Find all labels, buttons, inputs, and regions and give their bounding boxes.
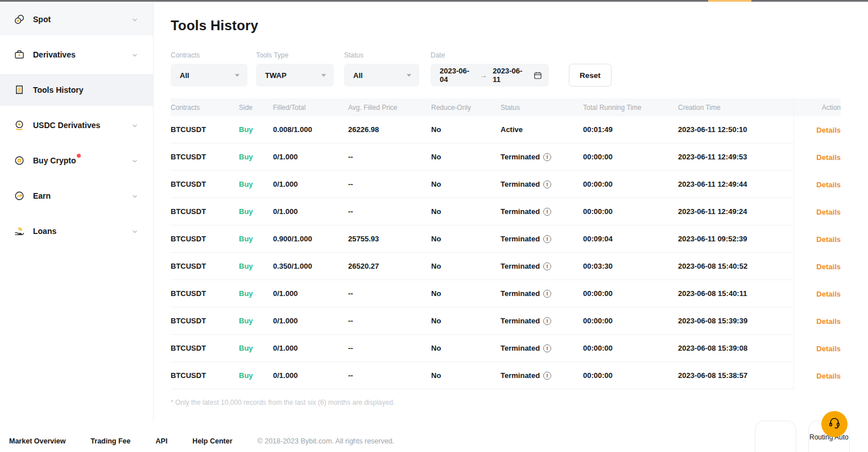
column-header-total-running-time: Total Running Time	[583, 104, 678, 112]
cell-creation-time: 2023-06-11 09:52:39	[678, 225, 793, 253]
info-icon[interactable]: !	[543, 235, 551, 243]
caret-down-icon	[321, 74, 326, 77]
tools-type-select[interactable]: TWAP	[256, 64, 334, 87]
sidebar-item-spot[interactable]: Spot	[0, 3, 153, 35]
cell-avg-filled-price: 26520.27	[348, 253, 431, 280]
cell-status: Terminated !	[501, 225, 583, 253]
cell-filled-total: 0/1.000	[273, 280, 348, 307]
pagination-button-prev[interactable]	[755, 421, 796, 452]
sidebar-item-label: Earn	[33, 191, 51, 200]
reset-button[interactable]: Reset	[569, 64, 611, 87]
cell-creation-time: 2023-06-11 12:49:24	[678, 198, 793, 225]
sidebar-item-usdc-derivatives[interactable]: USDC Derivatives	[0, 109, 153, 141]
chevron-down-icon	[131, 122, 138, 129]
cell-contracts: BTCUSDT	[171, 143, 239, 171]
date-range-picker[interactable]: 2023-06-04 → 2023-06-11	[431, 64, 549, 87]
cell-creation-time: 2023-06-08 15:40:11	[678, 280, 793, 307]
footer-link-help-center[interactable]: Help Center	[192, 437, 232, 445]
footer: Market OverviewTrading FeeAPIHelp Center…	[9, 437, 394, 445]
details-link[interactable]: Details	[793, 116, 841, 143]
info-icon[interactable]: !	[543, 372, 551, 380]
cell-status: Terminated !	[501, 362, 583, 389]
info-icon[interactable]: !	[543, 290, 551, 298]
cell-filled-total: 0/1.000	[273, 198, 348, 225]
footer-link-api[interactable]: API	[156, 437, 168, 445]
cell-avg-filled-price: 25755.93	[348, 225, 431, 253]
footer-link-trading-fee[interactable]: Trading Fee	[90, 437, 130, 445]
cell-total-running-time: 00:00:00	[583, 280, 678, 307]
cell-reduce-only: No	[431, 198, 501, 225]
sidebar-item-earn[interactable]: Earn	[0, 180, 153, 212]
sidebar-item-tools-history[interactable]: Tools History	[0, 74, 153, 106]
sidebar-item-label: USDC Derivatives	[33, 121, 100, 130]
details-link[interactable]: Details	[793, 253, 841, 280]
tools-type-filter-label: Tools Type	[256, 51, 334, 59]
cell-side: Buy	[239, 225, 273, 253]
records-note: * Only the latest 10,000 records from th…	[171, 398, 395, 406]
date-from-value: 2023-06-04	[440, 67, 474, 84]
cell-filled-total: 0/1.000	[273, 362, 348, 389]
info-icon[interactable]: !	[543, 317, 551, 325]
sidebar-item-loans[interactable]: Loans	[0, 215, 153, 247]
cell-reduce-only: No	[431, 253, 501, 280]
sidebar-item-buy-crypto[interactable]: Buy Crypto	[0, 145, 153, 176]
details-link[interactable]: Details	[793, 362, 841, 389]
cell-creation-time: 2023-06-08 15:38:57	[678, 362, 793, 389]
cell-creation-time: 2023-06-08 15:40:52	[678, 253, 793, 280]
column-header-creation-time: Creation Time	[678, 104, 793, 112]
cell-side: Buy	[239, 198, 273, 225]
copyright-text: © 2018-2023 Bybit.com. All rights reserv…	[258, 437, 395, 445]
cell-side: Buy	[239, 335, 273, 362]
details-link[interactable]: Details	[793, 225, 841, 253]
contracts-select[interactable]: All	[171, 64, 247, 87]
cell-creation-time: 2023-06-08 15:39:08	[678, 335, 793, 362]
cell-side: Buy	[239, 116, 273, 143]
cell-avg-filled-price: --	[348, 143, 431, 171]
cell-total-running-time: 00:09:04	[583, 225, 678, 253]
support-chat-button[interactable]	[821, 411, 848, 437]
table-row: BTCUSDT Buy 0/1.000 -- No Terminated ! 0…	[171, 362, 841, 389]
status-select[interactable]: All	[344, 64, 419, 87]
details-link[interactable]: Details	[793, 143, 841, 171]
cell-avg-filled-price: --	[348, 362, 431, 389]
info-icon[interactable]: !	[543, 153, 551, 161]
cell-contracts: BTCUSDT	[171, 307, 239, 335]
details-link[interactable]: Details	[793, 171, 841, 198]
cell-status: Terminated !	[501, 171, 583, 198]
cell-total-running-time: 00:00:00	[583, 198, 678, 225]
cell-avg-filled-price: --	[348, 280, 431, 307]
info-icon[interactable]: !	[543, 344, 551, 352]
column-header-status: Status	[501, 104, 583, 112]
column-header-reduce-only: Reduce-Only	[431, 104, 501, 112]
cell-filled-total: 0.900/1.000	[273, 225, 348, 253]
details-link[interactable]: Details	[793, 307, 841, 335]
table-body: BTCUSDT Buy 0.008/1.000 26226.98 No Acti…	[171, 116, 841, 389]
info-icon[interactable]: !	[543, 208, 551, 216]
details-link[interactable]: Details	[793, 335, 841, 362]
cell-reduce-only: No	[431, 225, 501, 253]
cell-status: Terminated !	[501, 335, 583, 362]
details-link[interactable]: Details	[793, 198, 841, 225]
cell-contracts: BTCUSDT	[171, 362, 239, 389]
cell-total-running-time: 00:03:30	[583, 253, 678, 280]
sidebar-item-derivatives[interactable]: Derivatives	[0, 39, 153, 71]
cell-contracts: BTCUSDT	[171, 171, 239, 198]
buy-crypto-icon	[14, 155, 25, 166]
table-row: BTCUSDT Buy 0/1.000 -- No Terminated ! 0…	[171, 198, 841, 225]
usdc-derivatives-icon	[14, 120, 25, 131]
cell-contracts: BTCUSDT	[171, 280, 239, 307]
cell-filled-total: 0/1.000	[273, 171, 348, 198]
cell-reduce-only: No	[431, 143, 501, 171]
column-header-avg-filled-price: Avg. Filled Price	[348, 104, 431, 112]
footer-link-market-overview[interactable]: Market Overview	[9, 437, 65, 445]
table-row: BTCUSDT Buy 0/1.000 -- No Terminated ! 0…	[171, 335, 841, 362]
info-icon[interactable]: !	[543, 180, 551, 188]
cell-status: Terminated !	[501, 143, 583, 171]
details-link[interactable]: Details	[793, 280, 841, 307]
sidebar-item-label: Loans	[33, 227, 56, 236]
cell-avg-filled-price: --	[348, 307, 431, 335]
cell-creation-time: 2023-06-11 12:49:44	[678, 171, 793, 198]
earn-icon	[14, 190, 25, 202]
main-content: Tools History Contracts All Tools Type T…	[171, 2, 841, 452]
info-icon[interactable]: !	[543, 262, 551, 270]
